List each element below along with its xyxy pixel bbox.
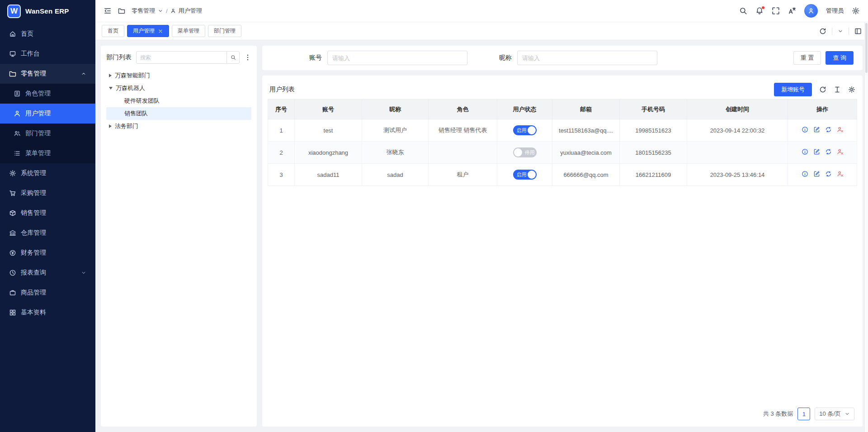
sidebar-item-user-management[interactable]: 用户管理 — [0, 104, 95, 123]
cell-nickname: sadad — [362, 164, 429, 186]
account-input[interactable] — [327, 51, 467, 65]
sidebar-item-menu-management[interactable]: 菜单管理 — [0, 143, 95, 163]
more-options-dots-icon[interactable] — [244, 54, 251, 61]
cell-created: 2023-09-25 13:46:14 — [687, 164, 788, 186]
table-row: 2 xiaodongzhang 张晓东 停用 — [268, 142, 857, 164]
status-toggle-off[interactable]: 停用 — [513, 147, 537, 157]
caret-down-icon[interactable] — [109, 87, 113, 90]
sidebar-item-label: 零售管理 — [21, 70, 46, 78]
sidebar-item-workbench[interactable]: 工作台 — [0, 44, 95, 64]
cart-icon — [9, 190, 16, 197]
tree-node[interactable]: 硬件研发团队 — [106, 95, 251, 107]
gear-icon — [9, 170, 16, 177]
cell-actions — [788, 119, 857, 142]
tab-options-chevron-icon[interactable] — [838, 28, 843, 34]
cell-created — [687, 142, 788, 164]
sidebar-item-system-management[interactable]: 系统管理 — [0, 163, 95, 183]
row-height-icon[interactable] — [834, 86, 841, 93]
sidebar-submenu-retail: 角色管理 用户管理 部门管理 菜单管理 — [0, 84, 95, 163]
tree-node[interactable]: 法务部门 — [106, 120, 251, 133]
department-search — [136, 51, 240, 64]
edit-icon[interactable] — [813, 126, 820, 133]
sidebar-item-product-management[interactable]: 商品管理 — [0, 283, 95, 303]
user-table: 序号 账号 昵称 角色 用户状态 邮箱 手机号码 创建时间 操作 — [268, 99, 857, 186]
sidebar-item-home[interactable]: 首页 — [0, 24, 95, 44]
tab-menu-management[interactable]: 菜单管理 — [172, 25, 205, 37]
tree-node[interactable]: 万森智能部门 — [106, 69, 251, 82]
breadcrumb-current[interactable]: 用户管理 — [179, 7, 202, 15]
page-size-select[interactable]: 10 条/页 — [815, 408, 854, 420]
remove-user-icon[interactable] — [837, 171, 844, 177]
sync-icon[interactable] — [825, 171, 832, 177]
sidebar-item-warehouse-management[interactable]: 仓库管理 — [0, 223, 95, 243]
user-list-header: 用户列表 新增账号 — [268, 80, 857, 99]
tab-close-icon[interactable] — [158, 28, 163, 34]
column-settings-gear-icon[interactable] — [848, 86, 855, 93]
pagination-page-1[interactable]: 1 — [797, 408, 810, 420]
tab-user-management[interactable]: 用户管理 — [127, 25, 169, 37]
cell-created: 2023-09-14 22:00:32 — [687, 119, 788, 142]
column-header: 创建时间 — [687, 100, 788, 119]
sync-icon[interactable] — [825, 126, 832, 133]
info-icon[interactable] — [802, 171, 808, 177]
department-panel-title: 部门列表 — [106, 53, 132, 62]
tree-node[interactable]: 万森机器人 — [106, 82, 251, 95]
cell-index: 2 — [268, 142, 295, 164]
app-root: W WanSen ERP 首页 工作台 零售管理 角色管理 — [0, 0, 868, 432]
sidebar-item-retail-management[interactable]: 零售管理 — [0, 64, 95, 84]
edit-icon[interactable] — [813, 148, 820, 155]
collapse-sidebar-icon[interactable] — [104, 7, 112, 15]
breadcrumb-root[interactable]: 零售管理 — [132, 7, 155, 15]
sidebar-item-label: 部门管理 — [25, 129, 51, 138]
sidebar-item-finance-management[interactable]: 财务管理 — [0, 243, 95, 263]
chevron-down-icon[interactable] — [158, 8, 163, 14]
nickname-input[interactable] — [517, 51, 657, 65]
sync-icon[interactable] — [825, 148, 832, 155]
scrollbar-thumb[interactable] — [865, 23, 868, 73]
department-search-input[interactable] — [137, 54, 226, 61]
notifications-bell-icon[interactable] — [755, 7, 764, 15]
caret-right-icon[interactable] — [109, 74, 112, 77]
fullscreen-icon[interactable] — [772, 7, 780, 15]
refresh-icon[interactable] — [819, 28, 826, 35]
status-toggle-on[interactable]: 启用 — [513, 125, 537, 135]
settings-gear-icon[interactable] — [852, 7, 860, 15]
caret-right-icon[interactable] — [109, 124, 112, 128]
remove-user-icon[interactable] — [837, 126, 844, 133]
chevron-up-icon — [81, 71, 86, 76]
sidebar-item-label: 仓库管理 — [21, 229, 46, 237]
sidebar-item-report-query[interactable]: 报表查询 — [0, 263, 95, 283]
sidebar-item-purchase-management[interactable]: 采购管理 — [0, 183, 95, 203]
briefcase-icon — [9, 289, 16, 296]
tree-node-selected[interactable]: 销售团队 — [106, 107, 251, 120]
info-icon[interactable] — [802, 126, 808, 133]
reset-button[interactable]: 重 置 — [793, 51, 821, 65]
sidebar-item-role-management[interactable]: 角色管理 — [0, 84, 95, 104]
add-account-button[interactable]: 新增账号 — [774, 83, 812, 96]
refresh-icon[interactable] — [819, 86, 826, 93]
app-logo: W WanSen ERP — [0, 0, 95, 22]
sidebar-item-label: 财务管理 — [21, 249, 46, 257]
username[interactable]: 管理员 — [826, 7, 844, 15]
tab-home[interactable]: 首页 — [102, 25, 124, 37]
search-icon[interactable] — [226, 52, 239, 63]
app-logo-icon: W — [7, 5, 21, 18]
box-icon — [9, 209, 16, 217]
table-header-row: 序号 账号 昵称 角色 用户状态 邮箱 手机号码 创建时间 操作 — [268, 100, 857, 119]
remove-user-icon[interactable] — [837, 148, 844, 155]
sidebar-item-department-management[interactable]: 部门管理 — [0, 123, 95, 143]
layout-panel-icon[interactable] — [854, 28, 862, 35]
search-icon[interactable] — [739, 7, 747, 15]
info-icon[interactable] — [802, 148, 808, 155]
window-scrollbar[interactable] — [864, 22, 868, 432]
sidebar: W WanSen ERP 首页 工作台 零售管理 角色管理 — [0, 0, 95, 432]
edit-icon[interactable] — [813, 171, 820, 177]
status-toggle-on[interactable]: 启用 — [513, 170, 537, 180]
translate-icon[interactable] — [788, 7, 796, 15]
query-button[interactable]: 查 询 — [826, 51, 854, 65]
clock-icon — [9, 269, 16, 276]
sidebar-item-sales-management[interactable]: 销售管理 — [0, 203, 95, 223]
sidebar-item-basic-data[interactable]: 基本资料 — [0, 303, 95, 323]
avatar[interactable] — [804, 4, 818, 18]
tab-department-management[interactable]: 部门管理 — [208, 25, 241, 37]
